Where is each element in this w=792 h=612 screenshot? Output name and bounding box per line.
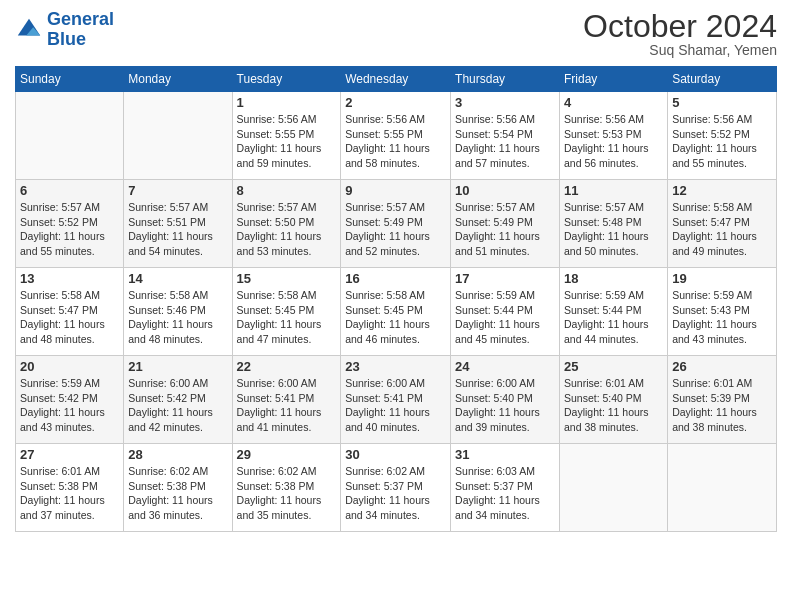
day-number: 18	[564, 271, 663, 286]
day-number: 23	[345, 359, 446, 374]
day-number: 20	[20, 359, 119, 374]
col-tuesday: Tuesday	[232, 67, 341, 92]
week-row-5: 27Sunrise: 6:01 AM Sunset: 5:38 PM Dayli…	[16, 444, 777, 532]
day-info: Sunrise: 5:56 AM Sunset: 5:53 PM Dayligh…	[564, 112, 663, 171]
calendar-cell: 24Sunrise: 6:00 AM Sunset: 5:40 PM Dayli…	[451, 356, 560, 444]
day-info: Sunrise: 5:57 AM Sunset: 5:51 PM Dayligh…	[128, 200, 227, 259]
day-number: 4	[564, 95, 663, 110]
day-info: Sunrise: 5:58 AM Sunset: 5:47 PM Dayligh…	[672, 200, 772, 259]
logo-line1: General	[47, 9, 114, 29]
week-row-4: 20Sunrise: 5:59 AM Sunset: 5:42 PM Dayli…	[16, 356, 777, 444]
day-info: Sunrise: 5:57 AM Sunset: 5:49 PM Dayligh…	[345, 200, 446, 259]
col-sunday: Sunday	[16, 67, 124, 92]
col-monday: Monday	[124, 67, 232, 92]
day-info: Sunrise: 6:00 AM Sunset: 5:41 PM Dayligh…	[345, 376, 446, 435]
day-number: 22	[237, 359, 337, 374]
calendar-cell: 19Sunrise: 5:59 AM Sunset: 5:43 PM Dayli…	[668, 268, 777, 356]
calendar-cell: 4Sunrise: 5:56 AM Sunset: 5:53 PM Daylig…	[559, 92, 667, 180]
day-number: 14	[128, 271, 227, 286]
day-number: 16	[345, 271, 446, 286]
day-info: Sunrise: 5:57 AM Sunset: 5:50 PM Dayligh…	[237, 200, 337, 259]
header: General Blue October 2024 Suq Shamar, Ye…	[15, 10, 777, 58]
calendar-cell: 1Sunrise: 5:56 AM Sunset: 5:55 PM Daylig…	[232, 92, 341, 180]
calendar-cell: 12Sunrise: 5:58 AM Sunset: 5:47 PM Dayli…	[668, 180, 777, 268]
calendar-cell: 18Sunrise: 5:59 AM Sunset: 5:44 PM Dayli…	[559, 268, 667, 356]
calendar-cell: 22Sunrise: 6:00 AM Sunset: 5:41 PM Dayli…	[232, 356, 341, 444]
logo: General Blue	[15, 10, 114, 50]
week-row-1: 1Sunrise: 5:56 AM Sunset: 5:55 PM Daylig…	[16, 92, 777, 180]
day-info: Sunrise: 5:56 AM Sunset: 5:52 PM Dayligh…	[672, 112, 772, 171]
day-info: Sunrise: 5:58 AM Sunset: 5:46 PM Dayligh…	[128, 288, 227, 347]
calendar-cell	[124, 92, 232, 180]
calendar-cell: 9Sunrise: 5:57 AM Sunset: 5:49 PM Daylig…	[341, 180, 451, 268]
day-number: 21	[128, 359, 227, 374]
day-number: 17	[455, 271, 555, 286]
day-number: 12	[672, 183, 772, 198]
day-number: 19	[672, 271, 772, 286]
col-friday: Friday	[559, 67, 667, 92]
logo-icon	[15, 16, 43, 44]
col-saturday: Saturday	[668, 67, 777, 92]
day-info: Sunrise: 6:03 AM Sunset: 5:37 PM Dayligh…	[455, 464, 555, 523]
day-info: Sunrise: 6:01 AM Sunset: 5:38 PM Dayligh…	[20, 464, 119, 523]
day-info: Sunrise: 5:59 AM Sunset: 5:44 PM Dayligh…	[564, 288, 663, 347]
title-block: October 2024 Suq Shamar, Yemen	[583, 10, 777, 58]
day-info: Sunrise: 5:59 AM Sunset: 5:43 PM Dayligh…	[672, 288, 772, 347]
calendar-cell: 10Sunrise: 5:57 AM Sunset: 5:49 PM Dayli…	[451, 180, 560, 268]
calendar-cell: 7Sunrise: 5:57 AM Sunset: 5:51 PM Daylig…	[124, 180, 232, 268]
page-container: General Blue October 2024 Suq Shamar, Ye…	[0, 0, 792, 542]
day-number: 25	[564, 359, 663, 374]
day-info: Sunrise: 5:57 AM Sunset: 5:48 PM Dayligh…	[564, 200, 663, 259]
calendar-body: 1Sunrise: 5:56 AM Sunset: 5:55 PM Daylig…	[16, 92, 777, 532]
day-info: Sunrise: 6:01 AM Sunset: 5:39 PM Dayligh…	[672, 376, 772, 435]
day-info: Sunrise: 5:56 AM Sunset: 5:55 PM Dayligh…	[345, 112, 446, 171]
day-info: Sunrise: 5:58 AM Sunset: 5:45 PM Dayligh…	[345, 288, 446, 347]
calendar-cell: 15Sunrise: 5:58 AM Sunset: 5:45 PM Dayli…	[232, 268, 341, 356]
day-info: Sunrise: 5:59 AM Sunset: 5:42 PM Dayligh…	[20, 376, 119, 435]
day-info: Sunrise: 6:02 AM Sunset: 5:37 PM Dayligh…	[345, 464, 446, 523]
day-number: 6	[20, 183, 119, 198]
logo-text: General Blue	[47, 10, 114, 50]
day-number: 11	[564, 183, 663, 198]
calendar-cell: 13Sunrise: 5:58 AM Sunset: 5:47 PM Dayli…	[16, 268, 124, 356]
day-number: 31	[455, 447, 555, 462]
day-number: 10	[455, 183, 555, 198]
month-title: October 2024	[583, 10, 777, 42]
calendar-cell: 11Sunrise: 5:57 AM Sunset: 5:48 PM Dayli…	[559, 180, 667, 268]
col-thursday: Thursday	[451, 67, 560, 92]
day-number: 15	[237, 271, 337, 286]
calendar-cell: 17Sunrise: 5:59 AM Sunset: 5:44 PM Dayli…	[451, 268, 560, 356]
day-number: 27	[20, 447, 119, 462]
day-number: 1	[237, 95, 337, 110]
logo-line2: Blue	[47, 29, 86, 49]
day-info: Sunrise: 6:00 AM Sunset: 5:41 PM Dayligh…	[237, 376, 337, 435]
day-info: Sunrise: 5:59 AM Sunset: 5:44 PM Dayligh…	[455, 288, 555, 347]
calendar-cell: 20Sunrise: 5:59 AM Sunset: 5:42 PM Dayli…	[16, 356, 124, 444]
day-number: 26	[672, 359, 772, 374]
calendar-cell	[668, 444, 777, 532]
day-info: Sunrise: 5:56 AM Sunset: 5:54 PM Dayligh…	[455, 112, 555, 171]
day-number: 8	[237, 183, 337, 198]
location-subtitle: Suq Shamar, Yemen	[583, 42, 777, 58]
day-number: 7	[128, 183, 227, 198]
day-info: Sunrise: 5:57 AM Sunset: 5:49 PM Dayligh…	[455, 200, 555, 259]
day-number: 30	[345, 447, 446, 462]
calendar-table: Sunday Monday Tuesday Wednesday Thursday…	[15, 66, 777, 532]
week-row-2: 6Sunrise: 5:57 AM Sunset: 5:52 PM Daylig…	[16, 180, 777, 268]
calendar-cell: 27Sunrise: 6:01 AM Sunset: 5:38 PM Dayli…	[16, 444, 124, 532]
week-row-3: 13Sunrise: 5:58 AM Sunset: 5:47 PM Dayli…	[16, 268, 777, 356]
day-info: Sunrise: 6:02 AM Sunset: 5:38 PM Dayligh…	[128, 464, 227, 523]
calendar-cell: 3Sunrise: 5:56 AM Sunset: 5:54 PM Daylig…	[451, 92, 560, 180]
day-number: 5	[672, 95, 772, 110]
day-number: 2	[345, 95, 446, 110]
calendar-cell: 21Sunrise: 6:00 AM Sunset: 5:42 PM Dayli…	[124, 356, 232, 444]
day-info: Sunrise: 5:56 AM Sunset: 5:55 PM Dayligh…	[237, 112, 337, 171]
calendar-cell	[16, 92, 124, 180]
day-info: Sunrise: 5:58 AM Sunset: 5:47 PM Dayligh…	[20, 288, 119, 347]
calendar-cell: 23Sunrise: 6:00 AM Sunset: 5:41 PM Dayli…	[341, 356, 451, 444]
calendar-cell: 2Sunrise: 5:56 AM Sunset: 5:55 PM Daylig…	[341, 92, 451, 180]
calendar-cell: 31Sunrise: 6:03 AM Sunset: 5:37 PM Dayli…	[451, 444, 560, 532]
calendar-cell: 29Sunrise: 6:02 AM Sunset: 5:38 PM Dayli…	[232, 444, 341, 532]
day-info: Sunrise: 5:58 AM Sunset: 5:45 PM Dayligh…	[237, 288, 337, 347]
day-number: 24	[455, 359, 555, 374]
